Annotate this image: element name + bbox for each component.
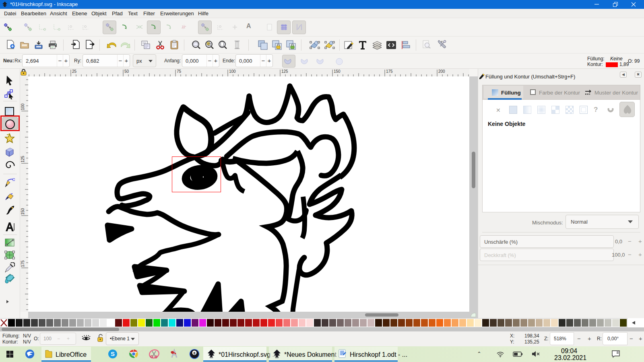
svg-text:50: 50 — [124, 69, 129, 74]
svg-text:175: 175 — [21, 260, 25, 267]
svg-text:200: 200 — [438, 69, 445, 74]
svg-text:125: 125 — [281, 69, 288, 74]
svg-text:8: 8 — [193, 351, 195, 355]
svg-text:25: 25 — [72, 69, 77, 74]
svg-text:150: 150 — [21, 208, 25, 215]
svg-text:75: 75 — [177, 69, 182, 74]
svg-text:125: 125 — [21, 156, 25, 162]
svg-text:100: 100 — [229, 69, 236, 74]
svg-text:150: 150 — [334, 69, 341, 74]
svg-text:S: S — [111, 350, 115, 357]
svg-text:100: 100 — [21, 103, 25, 110]
svg-text:175: 175 — [386, 69, 393, 74]
